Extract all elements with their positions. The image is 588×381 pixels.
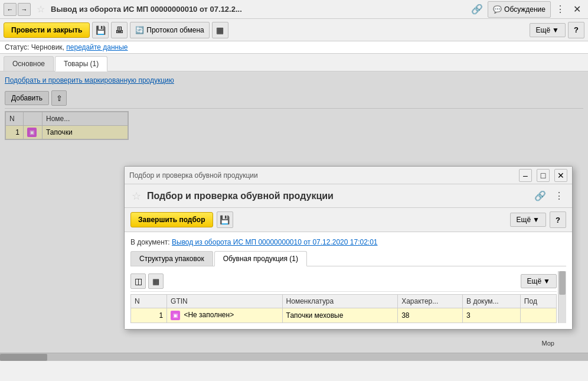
modal-close-button[interactable]: ✕ [554,169,567,182]
modal-inner-toolbar: ◫ ▦ Ещё ▼ [130,271,557,292]
modal-cell-gtin: ▣ <Не заполнен> [167,308,283,323]
protocol-exchange-button[interactable]: 🔄 Протокол обмена [130,22,209,38]
protocol-icon: 🔄 [135,26,144,34]
link-icon-button[interactable]: 🔗 [470,2,484,16]
modal-col-in-doc: В докум... [463,295,521,308]
modal-col-gtin: GTIN [167,295,283,308]
grid-view-button[interactable]: ▦ [148,273,164,289]
complete-selection-button[interactable]: Завершить подбор [130,212,213,227]
main-tabs: Основное Товары (1) [0,54,588,71]
modal-header: ☆ Подбор и проверка обувной продукции 🔗 … [125,184,572,208]
modal-cell-pod [520,308,556,323]
conduct-close-button[interactable]: Провести и закрыть [4,22,90,38]
discussion-label: Обсуждение [504,5,545,14]
modal-more-dots-button[interactable]: ⋮ [553,189,565,203]
modal-dropdown-icon: ▼ [533,216,540,224]
modal-col-characteristic: Характер... [398,295,463,308]
modal-tab-structure[interactable]: Структура упаковок [130,251,213,266]
save-icon: 💾 [96,25,106,35]
discussion-button[interactable]: 💬 Обсуждение [488,1,551,18]
modal-title-text: Подбор и проверка обувной продукции [129,171,258,180]
modal-col-nomenclature: Номенклатура [282,295,398,308]
modal-doc-ref: В документ: Вывод из оборота ИС МП 00000… [130,238,566,246]
more-dots-button[interactable]: ⋮ [554,2,566,16]
modal-cell-n: 1 [131,308,167,323]
main-toolbar: Провести и закрыть 💾 🖶 🔄 Протокол обмена… [0,19,588,41]
modal-table-area: ◫ ▦ Ещё ▼ N GTIN [130,271,566,323]
print-button[interactable]: 🖶 [111,22,128,38]
document-title: Вывод из оборота ИС МП 00000000010 от 07… [51,5,466,14]
extra-icon-button[interactable]: ▦ [212,22,228,38]
doc-ref-label: В документ: [130,238,170,246]
modal-maximize-button[interactable]: □ [537,169,550,182]
modal-table-more-button[interactable]: Ещё ▼ [521,274,557,288]
more-button[interactable]: Ещё ▼ [530,23,566,37]
gtin-tag-icon: ▣ [171,311,180,320]
modal-toolbar: Завершить подбор 💾 Ещё ▼ ? [125,208,572,232]
doc-ref-link[interactable]: Вывод из оборота ИС МП 00000000010 от 07… [172,238,378,246]
barcode-icon: ◫ [135,276,142,286]
help-button[interactable]: ? [568,22,584,38]
modal-tabs: Структура упаковок Обувная продукция (1) [130,251,566,266]
modal-favorite-icon[interactable]: ☆ [132,190,141,203]
modal-help-button[interactable]: ? [550,211,566,228]
modal-minimize-button[interactable]: – [519,169,532,182]
modal-cell-characteristic: 38 [398,308,463,323]
protocol-label: Протокол обмена [146,26,204,34]
modal-dialog: Подбор и проверка обувной продукции – □ … [124,166,573,330]
modal-cell-nomenclature: Тапочки меховые [282,308,398,323]
modal-table-row[interactable]: 1 ▣ <Не заполнен> Тапочки меховые 38 3 [131,308,557,323]
close-window-button[interactable]: ✕ [570,2,584,16]
footer-item: Mop [542,340,554,347]
dropdown-arrow-icon: ▼ [552,26,559,34]
modal-save-icon: 💾 [220,215,230,224]
grid-view-icon: ▦ [152,277,159,286]
status-bar: Статус: Черновик, передайте данные [0,41,588,54]
modal-scroll-thumb [559,271,566,295]
grid-icon: ▦ [216,25,224,35]
discussion-icon: 💬 [493,5,502,14]
modal-title-bar: Подбор и проверка обувной продукции – □ … [125,167,572,184]
modal-link-button[interactable]: 🔗 [533,189,547,203]
modal-more-button[interactable]: Ещё ▼ [510,213,546,227]
modal-col-n: N [131,295,167,308]
barcode-scan-button[interactable]: ◫ [130,273,146,289]
modal-tab-shoe[interactable]: Обувная продукция (1) [214,251,307,266]
status-action-link[interactable]: передайте данные [66,43,128,51]
nav-buttons: ← → [4,3,31,16]
modal-title-main: Подбор и проверка обувной продукции [147,191,527,201]
modal-product-table: N GTIN Номенклатура Характер... В докум.… [130,294,557,323]
status-label: Статус: [5,43,29,51]
modal-body: В документ: Вывод из оборота ИС МП 00000… [125,232,572,329]
main-content: Подобрать и проверить маркированную прод… [0,71,588,361]
status-value: Черновик, [31,43,64,51]
title-actions: 🔗 💬 Обсуждение ⋮ ✕ [470,1,584,18]
modal-cell-in-doc: 3 [463,308,521,323]
modal-save-button[interactable]: 💾 [217,211,233,228]
tab-tovary[interactable]: Товары (1) [55,56,107,71]
forward-button[interactable]: → [18,3,31,16]
modal-table-dropdown-icon: ▼ [543,277,550,285]
modal-table-more-label: Ещё [527,277,542,285]
favorite-star-icon[interactable]: ☆ [37,4,45,15]
tab-osnovnoe[interactable]: Основное [4,56,54,71]
more-label: Ещё [536,26,551,34]
modal-more-label: Ещё [517,216,531,224]
title-bar: ← → ☆ Вывод из оборота ИС МП 00000000010… [0,0,588,19]
save-button[interactable]: 💾 [92,22,109,38]
modal-vertical-scrollbar[interactable] [558,271,566,323]
back-button[interactable]: ← [4,3,17,16]
modal-col-pod: Под [520,295,556,308]
print-icon: 🖶 [115,25,123,35]
